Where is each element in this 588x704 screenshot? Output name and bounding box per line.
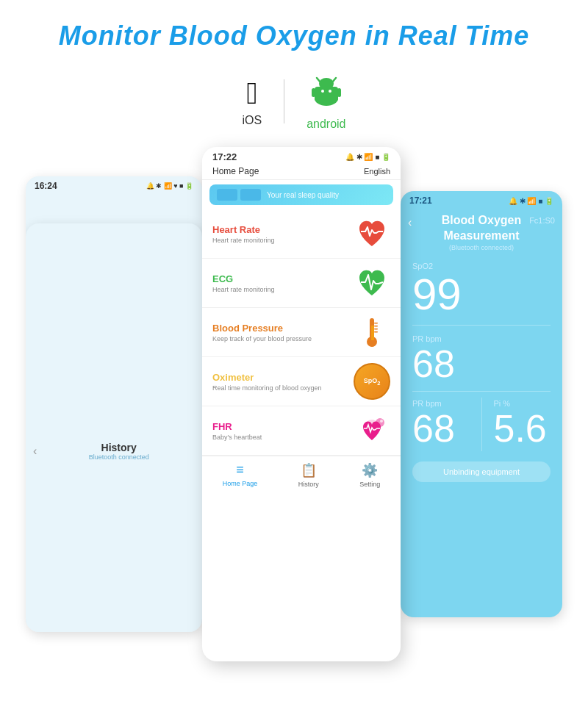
oximeter-icon: SpO2 [354,363,390,400]
history-nav-label: History [298,481,319,488]
android-platform: android [284,72,368,131]
blood-pressure-subtitle: Keep track of your blood pressure [212,335,346,342]
history-nav-icon: 📋 [301,462,317,478]
svg-point-3 [329,90,331,93]
pr-bottom-value: 68 [412,408,470,450]
status-bar-right: 17:21 🔔 ✱ 📶 ■ 🔋 [401,191,562,209]
bottom-nav-home[interactable]: ≡ Home Page [223,462,258,488]
page-title: Monitor Blood Oxygen in Real Time [15,21,573,51]
phone-history: 16:24 🔔 ✱ 📶 ♥ ■ 🔋 ‹ History Bluetooth co… [26,176,202,632]
bottom-nav-setting[interactable]: ⚙️ Setting [359,462,380,488]
fhr-title: FHR [212,421,346,432]
svg-rect-11 [371,326,374,340]
blood-oxygen-title-section: ‹ Blood Oxygen Measurement (Bluetooth co… [401,209,562,256]
forward-icon-right[interactable]: Fc1:S0 [529,216,555,225]
ecg-subtitle: Heart rate monitoring [212,286,346,293]
ecg-title: ECG [212,273,346,284]
status-bar-left: 16:24 🔔 ✱ 📶 ♥ ■ 🔋 [26,176,202,194]
status-icons-left: 🔔 ✱ 📶 ♥ ■ 🔋 [146,182,193,190]
home-nav-label: Home Page [223,480,258,487]
spo2-circle: SpO2 [354,363,390,400]
oximeter-title: Oximeter [212,372,346,383]
menu-item-fhr[interactable]: FHR Baby's heartbeat [202,406,401,456]
spo2-value: 99 [412,270,551,319]
dual-pr-pi-section: PR bpm 68 Pi % 5.6 [401,395,562,454]
page-header: Monitor Blood Oxygen in Real Time [0,0,588,65]
pr-bottom-label: PR bpm [412,399,470,408]
unbind-button[interactable]: Unbinding equipment [412,461,551,482]
heart-rate-title: Heart Rate [212,224,346,235]
bottom-navigation: ≡ Home Page 📋 History ⚙️ Setting [202,456,401,494]
status-time-mid: 17:22 [212,151,237,162]
phones-showcase: 16:24 🔔 ✱ 📶 ♥ ■ 🔋 ‹ History Bluetooth co… [0,147,588,683]
sleep-icon-2 [240,189,261,201]
pi-label: Pi % [494,399,551,408]
pr-label: PR bpm [412,334,551,343]
svg-rect-14 [374,328,378,330]
setting-nav-icon: ⚙️ [362,462,378,478]
svg-point-8 [319,78,334,90]
blood-pressure-icon [354,314,390,351]
spo2-section: SpO2 99 [401,256,562,322]
ios-label: iOS [242,114,262,127]
back-icon-right[interactable]: ‹ [408,216,412,229]
status-bar-mid: 17:22 🔔 ✱ 📶 ■ 🔋 [202,147,401,165]
heart-rate-icon [354,215,390,252]
fhr-icon [354,412,390,449]
oximeter-subtitle: Real time monitoring of blood oxygen [212,384,346,392]
menu-item-ecg[interactable]: ECG Heart rate monitoring [202,259,401,308]
svg-rect-13 [374,326,378,327]
svg-point-2 [321,90,324,93]
home-nav-icon: ≡ [236,462,244,478]
platforms-section:  iOS android [0,65,588,147]
svg-rect-12 [374,323,378,324]
android-label: android [306,118,345,131]
bottom-nav-history[interactable]: 📋 History [298,462,319,488]
ecg-icon [354,265,390,301]
menu-item-blood-pressure[interactable]: Blood Pressure Keep track of your blood … [202,308,401,357]
fhr-subtitle: Baby's heartbeat [212,434,346,441]
unbind-text: Unbinding equipment [443,467,520,476]
language-selector[interactable]: English [364,167,390,176]
menu-item-heart-rate[interactable]: Heart Rate Heart rate monitoring [202,209,401,259]
ios-platform:  iOS [220,76,284,127]
svg-point-18 [380,420,383,423]
status-time-left: 16:24 [35,181,57,191]
spo2-label: SpO2 [412,262,551,270]
svg-rect-6 [312,88,315,97]
home-title: Home Page [212,166,259,176]
status-time-right: 17:21 [409,195,432,206]
phone-home: 17:22 🔔 ✱ 📶 ■ 🔋 Home Page English Your r… [202,147,401,661]
history-nav-title: History Bluetooth connected [43,442,195,461]
divider-2 [412,391,551,392]
blood-pressure-title: Blood Pressure [212,323,346,334]
apple-icon:  [246,76,257,111]
back-icon-left[interactable]: ‹ [33,445,37,458]
android-icon [309,72,344,115]
home-header-bar: Home Page English [202,165,401,180]
blood-oxygen-subtitle: (Bluetooth connected) [408,244,555,251]
sleep-text: Your real sleep quality [267,191,339,199]
pi-value: 5.6 [494,408,551,450]
divider-1 [412,325,551,326]
setting-nav-label: Setting [359,481,380,488]
svg-rect-7 [337,88,341,97]
heart-rate-subtitle: Heart rate monitoring [212,237,346,244]
menu-item-oximeter[interactable]: Oximeter Real time monitoring of blood o… [202,357,401,406]
status-icons-right: 🔔 ✱ 📶 ■ 🔋 [509,197,553,205]
pi-section: Pi % 5.6 [482,395,563,454]
sleep-banner: Your real sleep quality [209,184,393,205]
status-icons-mid: 🔔 ✱ 📶 ■ 🔋 [345,153,390,161]
phone-blood-oxygen: 17:21 🔔 ✱ 📶 ■ 🔋 ‹ Blood Oxygen Measureme… [401,191,562,617]
pr-bottom-section: PR bpm 68 [401,395,481,454]
pr-value: 68 [412,343,551,385]
sleep-icon-1 [217,189,237,201]
svg-rect-15 [374,331,378,333]
svg-point-17 [376,418,384,427]
pr-section: PR bpm 68 [401,328,562,388]
